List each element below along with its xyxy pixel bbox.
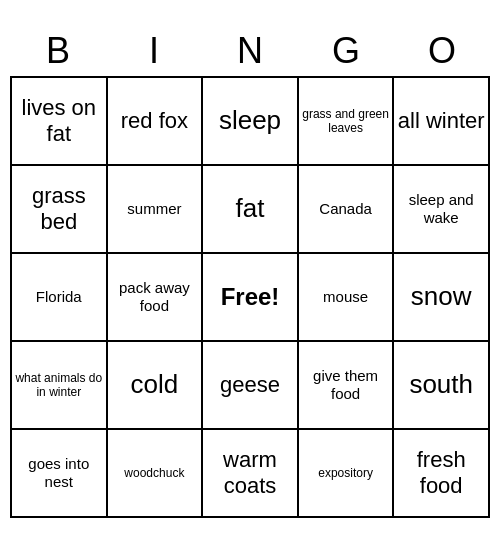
bingo-cell: summer (108, 166, 204, 254)
bingo-cell: grass bed (12, 166, 108, 254)
bingo-cell: goes into nest (12, 430, 108, 518)
bingo-cell: all winter (394, 78, 490, 166)
bingo-card: B I N G O lives on fatred foxsleepgrass … (10, 26, 490, 518)
bingo-cell: warm coats (203, 430, 299, 518)
bingo-cell: grass and green leaves (299, 78, 395, 166)
bingo-cell: Free! (203, 254, 299, 342)
bingo-cell: south (394, 342, 490, 430)
bingo-cell: Canada (299, 166, 395, 254)
bingo-cell: pack away food (108, 254, 204, 342)
letter-i: I (110, 30, 198, 72)
bingo-grid: lives on fatred foxsleepgrass and green … (10, 76, 490, 518)
bingo-cell: sleep (203, 78, 299, 166)
bingo-cell: geese (203, 342, 299, 430)
letter-g: G (302, 30, 390, 72)
bingo-title: B I N G O (10, 26, 490, 76)
bingo-cell: expository (299, 430, 395, 518)
bingo-cell: mouse (299, 254, 395, 342)
letter-n: N (206, 30, 294, 72)
letter-b: B (14, 30, 102, 72)
bingo-cell: sleep and wake (394, 166, 490, 254)
bingo-cell: Florida (12, 254, 108, 342)
bingo-cell: red fox (108, 78, 204, 166)
bingo-cell: fresh food (394, 430, 490, 518)
bingo-cell: snow (394, 254, 490, 342)
bingo-cell: lives on fat (12, 78, 108, 166)
letter-o: O (398, 30, 486, 72)
bingo-cell: cold (108, 342, 204, 430)
bingo-cell: woodchuck (108, 430, 204, 518)
bingo-cell: give them food (299, 342, 395, 430)
bingo-cell: fat (203, 166, 299, 254)
bingo-cell: what animals do in winter (12, 342, 108, 430)
